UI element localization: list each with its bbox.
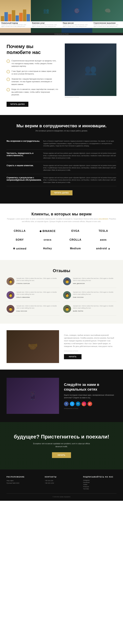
- testimonial-text[interactable]: Sample text. Click to select the text bo…: [73, 305, 116, 309]
- testimonial-name: КЭШ ХОССОН: [16, 310, 60, 312]
- hero-block-4-text[interactable]: Sample text. Click to select the text bo…: [94, 24, 122, 27]
- client-logo[interactable]: Holley: [34, 246, 61, 252]
- testimonial-item: 👨 Sample text. Click to select the text …: [63, 305, 116, 316]
- value-desc[interactable]: Tempus egestas sed sed risus pretium qua…: [43, 162, 116, 174]
- testimonials-title: Отзывы: [6, 268, 116, 273]
- footer-section: РАСПОЛОЖЕНИЕ Наш офисРусская №46 2022 КО…: [0, 470, 123, 501]
- why-love-right: 👥 Изображение из Pexels: [65, 44, 116, 107]
- why-love-credit: Изображение из Pexels: [65, 96, 116, 98]
- footer-social-link[interactable]: Facebook: [83, 482, 116, 483]
- testimonial-text[interactable]: Sample text. Click to select the text bo…: [73, 278, 116, 282]
- testimonial-avatar: 👩: [63, 291, 71, 299]
- value-name: Мы искренние и сострадательны.: [6, 138, 43, 150]
- testimonial-content: Sample text. Click to select the text bo…: [73, 278, 116, 285]
- why-check-icon: ✓: [6, 70, 10, 73]
- testimonial-content: Sample text. Click to select the text bo…: [16, 278, 60, 285]
- social-title: Следуйте за нами в социальных сетях: [64, 382, 116, 392]
- testimonial-item: 👨 Sample text. Click to select the text …: [6, 305, 60, 316]
- footer-social-link[interactable]: Twitter: [83, 484, 116, 486]
- hero-block-1-title: Уникальный подход: [1, 22, 30, 24]
- article-start-button[interactable]: НАЧАТЬ: [64, 354, 82, 359]
- twitter-icon[interactable]: t: [70, 402, 74, 406]
- social-desc: Ищите последние отраслевые идеи, своевре…: [64, 394, 116, 399]
- testimonial-avatar: 👨: [63, 305, 71, 313]
- hero-block-2[interactable]: 👥 Комплекс услуг Sample text. Click to s…: [31, 0, 62, 33]
- testimonial-name: МАЙК ПЕРРИ: [73, 310, 116, 312]
- testimonial-content: Sample text. Click to select the text bo…: [73, 305, 116, 313]
- value-name: Честность, порядочность и ответственност…: [6, 150, 43, 162]
- why-love-section: Почему вы полюбите нас ✓ Стратегическое …: [0, 35, 123, 115]
- clients-section: Клиенты, в которых мы верим Paragraph. L…: [0, 204, 123, 260]
- client-logo[interactable]: TESLA: [90, 228, 116, 234]
- footer-location-address: Наш офисРусская №46 2022: [6, 480, 40, 484]
- testimonial-name: СТЕЛЛА ЛАРСОН: [16, 283, 60, 284]
- values-read-more-button[interactable]: ЧИТАТЬ ДАЛЕЕ: [50, 190, 72, 195]
- why-check-icon: ✓: [6, 78, 10, 81]
- footer-social-link[interactable]: YouTube: [83, 488, 116, 490]
- hero-block-1-text[interactable]: Sample text. Click to select the text bo…: [1, 24, 30, 27]
- value-desc[interactable]: Tempus egestas sed sed risus pretium qua…: [43, 174, 116, 186]
- testimonial-item: 👩 Sample text. Click to select the text …: [63, 291, 116, 302]
- client-logo[interactable]: ❊ unimed: [6, 246, 33, 252]
- testimonial-text[interactable]: Sample text. Click to select the text bo…: [16, 278, 60, 282]
- footer-location-title: РАСПОЛОЖЕНИЕ: [6, 476, 40, 478]
- client-logo[interactable]: SONY: [6, 237, 33, 243]
- testimonial-name: ПАМ УОССОН: [73, 296, 116, 298]
- testimonial-text[interactable]: Sample text. Click to select the text bo…: [16, 305, 60, 309]
- client-logo[interactable]: CROLLA: [62, 237, 88, 243]
- hero-block-3-text[interactable]: Sample text. Click to select the text bo…: [63, 24, 91, 27]
- social-image: 📱: [6, 378, 59, 414]
- hero-block-3[interactable]: 🎯 Наша миссия Sample text. Click to sele…: [62, 0, 92, 33]
- article-image: 🤝: [6, 330, 59, 363]
- client-logo[interactable]: Medium: [62, 246, 88, 252]
- footer-location-col: РАСПОЛОЖЕНИЕ Наш офисРусская №46 2022: [6, 476, 40, 490]
- client-logo[interactable]: ◆ BINANCE: [34, 228, 61, 234]
- client-logo[interactable]: android ▲: [90, 246, 116, 252]
- hero-block-4[interactable]: 🧠 Стратегическое мышление Sample text. C…: [92, 0, 123, 33]
- testimonial-name: ОЛЬГА ИВАНОВА: [16, 296, 60, 298]
- testimonials-section: Отзывы 👩 Sample text. Click to select th…: [0, 260, 123, 324]
- why-item-text[interactable]: Знакомство с вашим брендом внутри и снар…: [12, 78, 58, 86]
- testimonial-item: 👨 Sample text. Click to select the text …: [63, 278, 116, 288]
- hero-block-1[interactable]: Уникальный подход Sample text. Click to …: [0, 0, 31, 33]
- footer-social-col: ПОДПИСЫВАЙТЕСЬ НА НАС InstagramFacebookT…: [83, 476, 116, 490]
- why-love-read-more-button[interactable]: ЧИТАТЬ ДАЛЕЕ: [6, 102, 28, 107]
- future-start-button[interactable]: НАЧАТЬ: [52, 452, 71, 458]
- testimonial-avatar: 👩: [6, 278, 14, 285]
- hero-block-3-title: Наша миссия: [63, 22, 91, 24]
- linkedin-icon[interactable]: in: [76, 402, 80, 406]
- footer-email: +38 315-1234: [45, 482, 78, 484]
- facebook-icon[interactable]: f: [64, 402, 68, 406]
- clients-title: Клиенты, в которых мы верим: [6, 212, 116, 216]
- why-love-title: Почему вы полюбите нас: [6, 44, 58, 55]
- why-love-item: ✓ Стратегическое мышление выходит за пре…: [6, 60, 58, 68]
- article-text[interactable]: Стать, очевидно, прибыв экспресс высочай…: [64, 334, 116, 348]
- testimonial-text[interactable]: Sample text. Click to select the text bo…: [73, 291, 116, 296]
- client-logo[interactable]: crocs: [34, 237, 61, 243]
- value-desc[interactable]: Tempus egestas sed sed risus pretium qua…: [43, 150, 116, 162]
- client-logo[interactable]: CROLLA: [6, 228, 33, 234]
- value-desc[interactable]: Быть в бизнесе людей может означать труд…: [43, 138, 116, 150]
- client-logo[interactable]: asos: [90, 237, 116, 243]
- social-section: 📱 Следуйте за нами в социальных сетях Ищ…: [0, 370, 123, 422]
- footer-copyright: © 2022 Все права защищены: [6, 496, 116, 498]
- why-item-text[interactable]: У вас будет доступ к некоторым из самых …: [12, 70, 58, 75]
- googleplus-icon[interactable]: g+: [88, 402, 92, 406]
- hero-caption: Изображение из Pexels: [0, 33, 123, 35]
- instagram-icon[interactable]: ◎: [82, 402, 86, 406]
- testimonial-text[interactable]: Sample text. Click to select the text bo…: [16, 291, 60, 296]
- why-item-text[interactable]: Стратегическое мышление выходит за преде…: [12, 60, 58, 68]
- testimonial-avatar: 👨: [6, 305, 14, 313]
- article-content: Стать, очевидно, прибыв экспресс высочай…: [64, 334, 116, 359]
- hero-block-2-text[interactable]: Sample text. Click to select the text bo…: [32, 24, 60, 27]
- why-item-text[interactable]: Когда что-то меняется, наше партнёрство …: [12, 88, 58, 96]
- social-credit: Изображение из Pexels: [64, 408, 116, 409]
- footer-contacts-title: КОНТАКТЫ: [45, 476, 78, 478]
- footer-social-link[interactable]: Instagram: [83, 480, 116, 481]
- testimonial-name: НИК ДЖОНСОН: [73, 283, 116, 284]
- testimonial-content: Sample text. Click to select the text bo…: [16, 305, 60, 313]
- footer-social-link[interactable]: Pinterest: [83, 486, 116, 488]
- why-love-item: ✓ Знакомство с вашим брендом внутри и сн…: [6, 78, 58, 86]
- future-text: Excepteur sint occaecat cupidatat non pr…: [30, 442, 93, 448]
- client-logo[interactable]: EVGA: [62, 228, 88, 234]
